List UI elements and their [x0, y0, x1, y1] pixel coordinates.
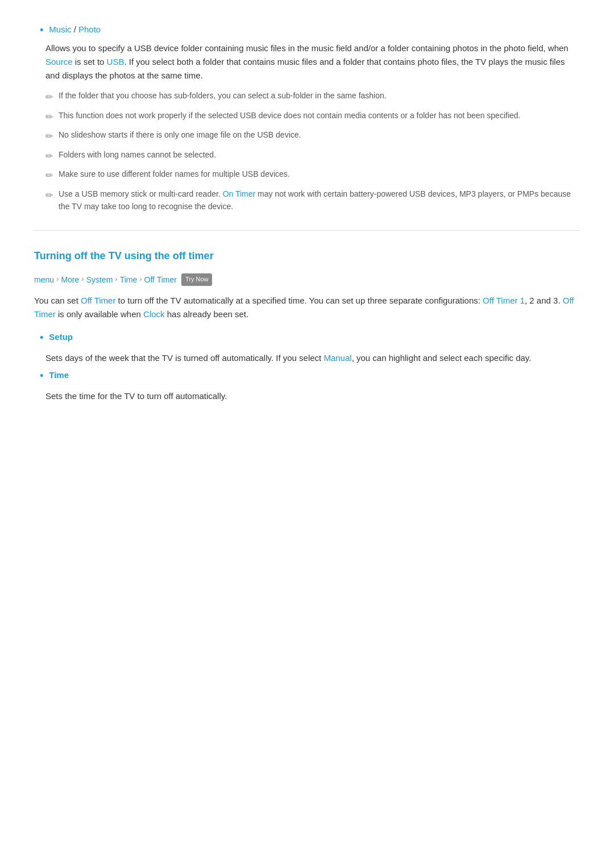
setup-content: Sets days of the week that the TV is tur…: [34, 351, 580, 365]
note-item-1: ✏ If the folder that you choose has sub-…: [45, 89, 580, 105]
notes-list: ✏ If the folder that you choose has sub-…: [45, 89, 580, 213]
note-item-4: ✏ Folders with long names cannot be sele…: [45, 148, 580, 164]
breadcrumb-more[interactable]: More: [61, 273, 79, 286]
description-text: Allows you to specify a USB device folde…: [45, 41, 580, 82]
setup-label: Setup: [49, 330, 73, 344]
usb-link[interactable]: USB: [107, 57, 125, 67]
note-item-5: ✏ Make sure to use different folder name…: [45, 168, 580, 183]
bullet-dot: •: [40, 23, 43, 38]
time-content: Sets the time for the TV to turn off aut…: [34, 389, 580, 403]
separator: /: [71, 24, 78, 34]
source-link[interactable]: Source: [45, 57, 73, 67]
breadcrumb-menu[interactable]: menu: [34, 273, 54, 286]
breadcrumb: menu › More › System › Time › Off Timer …: [34, 273, 580, 286]
manual-link[interactable]: Manual: [323, 353, 351, 363]
photo-link[interactable]: Photo: [78, 24, 101, 34]
separator-4: ›: [139, 273, 142, 285]
section-divider: [34, 230, 580, 231]
on-timer-link[interactable]: On Timer: [223, 189, 256, 198]
breadcrumb-off-timer[interactable]: Off Timer: [144, 273, 177, 286]
note-item-6: ✏ Use a USB memory stick or multi-card r…: [45, 188, 580, 213]
music-photo-bullet: • Music / Photo: [34, 23, 580, 38]
pencil-icon-6: ✏: [45, 188, 53, 203]
note-item-3: ✏ No slideshow starts if there is only o…: [45, 128, 580, 144]
pencil-icon-4: ✏: [45, 149, 53, 164]
breadcrumb-system[interactable]: System: [86, 273, 113, 286]
separator-3: ›: [115, 273, 117, 285]
breadcrumb-time[interactable]: Time: [120, 273, 138, 286]
separator-1: ›: [56, 273, 59, 285]
music-photo-description: Allows you to specify a USB device folde…: [34, 41, 580, 213]
note-item-2: ✏ This function does not work properly i…: [45, 109, 580, 124]
setup-bullet: • Setup: [34, 330, 580, 346]
off-timer-link-inline-1[interactable]: Off Timer: [81, 296, 115, 305]
pencil-icon-1: ✏: [45, 90, 53, 105]
time-dot: •: [40, 368, 43, 384]
music-photo-section: • Music / Photo Allows you to specify a …: [34, 23, 580, 213]
time-bullet: • Time: [34, 368, 580, 384]
pencil-icon-2: ✏: [45, 110, 53, 124]
setup-dot: •: [40, 330, 43, 346]
section-heading: Turning off the TV using the off timer: [34, 248, 580, 264]
music-link[interactable]: Music: [49, 24, 71, 34]
clock-link[interactable]: Clock: [143, 309, 165, 319]
time-label: Time: [49, 368, 69, 382]
try-now-badge[interactable]: Try Now: [181, 273, 213, 286]
off-timer-section: Turning off the TV using the off timer m…: [34, 248, 580, 403]
separator-2: ›: [81, 273, 84, 285]
off-timer-1-link[interactable]: Off Timer 1: [483, 296, 525, 305]
pencil-icon-5: ✏: [45, 168, 53, 183]
pencil-icon-3: ✏: [45, 129, 53, 144]
off-timer-main-text: You can set Off Timer to turn off the TV…: [34, 294, 580, 321]
